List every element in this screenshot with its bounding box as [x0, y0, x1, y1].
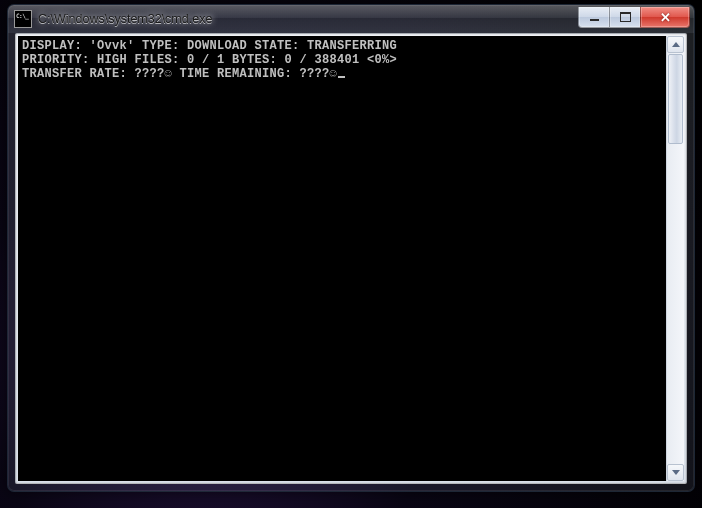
scroll-thumb[interactable] [668, 54, 683, 144]
vertical-scrollbar[interactable] [666, 36, 684, 481]
window-title: C:\Windows\system32\cmd.exe [38, 12, 578, 26]
chevron-up-icon [672, 42, 680, 47]
scroll-down-button[interactable] [667, 464, 684, 481]
close-button[interactable]: ✕ [640, 7, 690, 28]
text-cursor [338, 76, 345, 78]
minimize-button[interactable] [578, 7, 609, 28]
window-controls: ✕ [578, 7, 690, 27]
chevron-down-icon [672, 470, 680, 475]
cmd-icon [14, 10, 32, 28]
minimize-icon [590, 19, 599, 21]
console-line: DISPLAY: 'Ovvk' TYPE: DOWNLOAD STATE: TR… [22, 39, 397, 53]
close-icon: ✕ [660, 11, 671, 24]
titlebar[interactable]: C:\Windows\system32\cmd.exe ✕ [8, 5, 694, 33]
scroll-up-button[interactable] [667, 36, 684, 53]
console-line: PRIORITY: HIGH FILES: 0 / 1 BYTES: 0 / 3… [22, 53, 397, 67]
client-area: DISPLAY: 'Ovvk' TYPE: DOWNLOAD STATE: TR… [15, 33, 687, 484]
maximize-button[interactable] [609, 7, 640, 28]
maximize-icon [620, 12, 631, 22]
console-output[interactable]: DISPLAY: 'Ovvk' TYPE: DOWNLOAD STATE: TR… [18, 36, 666, 481]
console-line: TRANSFER RATE: ????☺ TIME REMAINING: ???… [22, 67, 337, 81]
cmd-window: C:\Windows\system32\cmd.exe ✕ DISPLAY: '… [7, 4, 695, 492]
